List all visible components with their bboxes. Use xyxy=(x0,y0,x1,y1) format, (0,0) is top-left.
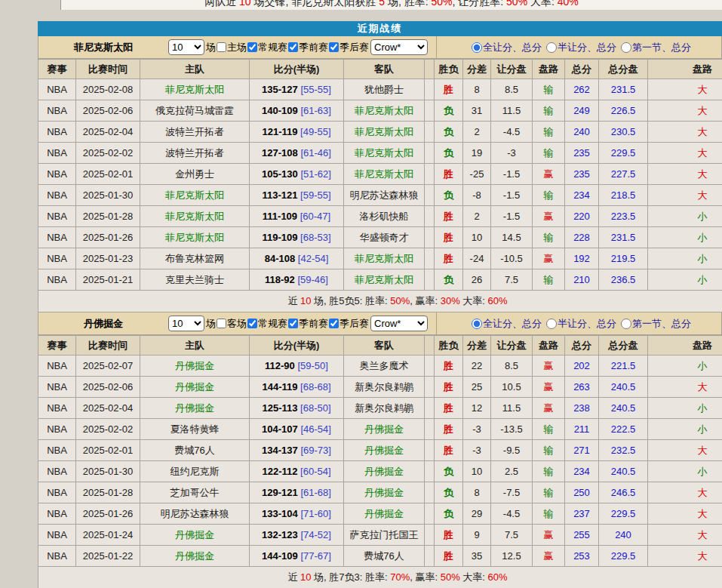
home-team-cell: 布鲁克林篮网 xyxy=(140,248,250,269)
date-cell: 2025-02-02 xyxy=(76,143,140,164)
result-cell: 负 xyxy=(435,461,463,482)
result-cell: 胜 xyxy=(435,248,463,269)
final-score: 105-130 xyxy=(262,168,298,180)
regular-season-checkbox[interactable] xyxy=(247,319,257,328)
half-handicap-radio[interactable] xyxy=(546,319,557,329)
preseason-checkbox[interactable] xyxy=(288,319,298,328)
halftime-score: [51-62] xyxy=(300,168,330,180)
handicap-result-cell: 赢 xyxy=(533,398,565,419)
spacer-cell xyxy=(425,356,435,377)
games-count-select[interactable]: 10 xyxy=(168,316,204,331)
regular-season-label: 常规赛 xyxy=(258,41,287,54)
recent-results-page: 两队近 10 场交锋, 菲尼克斯太阳获胜 5 场, 胜率: 50%, 让分胜率:… xyxy=(0,0,722,588)
venue-filter[interactable]: 客场 xyxy=(216,317,247,331)
total-line-cell: 221.5 xyxy=(599,356,648,377)
date-cell: 2025-01-30 xyxy=(76,461,140,482)
date-cell: 2025-01-28 xyxy=(76,206,140,227)
col-score: 比分(半场) xyxy=(250,60,344,79)
away-team-cell: 丹佛掘金 xyxy=(344,440,425,461)
first-quarter-radio[interactable] xyxy=(621,42,631,53)
home-team-cell: 纽约尼克斯 xyxy=(140,461,250,482)
regular-season-filter[interactable]: 常规赛 xyxy=(247,41,287,54)
point-diff-cell: 22 xyxy=(463,356,491,377)
preseason-filter[interactable]: 季前赛 xyxy=(287,41,328,54)
filter-left-suns: 菲尼克斯太阳 10 场 主场 常规赛 季前赛 xyxy=(38,36,436,58)
home-team-cell: 丹佛掘金 xyxy=(140,356,250,377)
total-points-cell: 262 xyxy=(565,79,599,100)
halftime-score: [60-47] xyxy=(300,211,330,222)
date-cell: 2025-02-06 xyxy=(76,100,140,122)
spacer-cell xyxy=(425,503,435,525)
away-team-cell: 菲尼克斯太阳 xyxy=(344,164,425,185)
handicap-line-cell: 10.5 xyxy=(491,377,533,398)
halftime-score: [59-50] xyxy=(297,360,327,371)
point-diff-cell: -24 xyxy=(463,248,491,269)
date-cell: 2025-01-22 xyxy=(76,546,140,567)
handicap-result-cell: 赢 xyxy=(533,206,565,227)
point-diff-cell: 10 xyxy=(463,227,491,248)
final-score: 121-119 xyxy=(262,126,297,137)
full-handicap-radio[interactable] xyxy=(472,319,482,329)
total-points-cell: 255 xyxy=(565,525,599,546)
playoffs-checkbox[interactable] xyxy=(329,319,339,328)
regular-season-filter[interactable]: 常规赛 xyxy=(247,317,287,331)
preseason-filter[interactable]: 季前赛 xyxy=(287,317,328,331)
odds-source-select[interactable]: Crow* xyxy=(370,316,428,331)
games-count-select[interactable]: 10 xyxy=(168,39,204,55)
over-under-cell: 大 xyxy=(648,100,722,122)
preseason-checkbox[interactable] xyxy=(288,42,298,52)
full-handicap-label: 全让分、总分 xyxy=(483,41,542,54)
score-cell: 105-130 [51-62] xyxy=(250,164,344,185)
result-cell: 负 xyxy=(435,482,463,503)
result-cell: 胜 xyxy=(435,377,463,398)
venue-filter[interactable]: 主场 xyxy=(216,41,247,54)
halftime-score: [68-50] xyxy=(300,402,330,414)
handicap-line-cell: 11.5 xyxy=(491,398,533,419)
away-team-cell: 菲尼克斯太阳 xyxy=(344,143,425,164)
date-cell: 2025-02-07 xyxy=(76,356,140,377)
table-row: NBA 2025-01-28 菲尼克斯太阳 111-109 [60-47] 洛杉… xyxy=(38,206,722,227)
league-cell: NBA xyxy=(38,143,76,164)
result-cell: 胜 xyxy=(435,398,463,419)
col-league: 赛事 xyxy=(38,60,76,79)
half-handicap-radio[interactable] xyxy=(546,42,557,53)
playoffs-filter[interactable]: 季后赛 xyxy=(328,41,369,54)
handicap-line-cell: -7.5 xyxy=(491,482,533,503)
home-team-cell: 丹佛掘金 xyxy=(140,546,250,567)
odds-source-select[interactable]: Crow* xyxy=(370,39,428,55)
table-row: NBA 2025-01-23 布鲁克林篮网 84-108 [42-54] 菲尼克… xyxy=(38,248,722,269)
point-diff-cell: 8 xyxy=(463,79,491,100)
final-score: 134-137 xyxy=(262,445,298,456)
team-name-nuggets: 丹佛掘金 xyxy=(38,317,168,331)
venue-checkbox[interactable] xyxy=(217,42,226,52)
over-under-cell: 小 xyxy=(648,248,722,269)
total-line-cell: 229.5 xyxy=(599,546,648,567)
total-points-cell: 235 xyxy=(565,143,599,164)
playoffs-filter[interactable]: 季后赛 xyxy=(328,317,369,331)
point-diff-cell: 12 xyxy=(463,398,491,419)
total-line-cell: 218.5 xyxy=(599,185,648,206)
handicap-line-cell: 14.5 xyxy=(491,227,533,248)
league-cell: NBA xyxy=(38,546,76,567)
away-team-cell: 新奥尔良鹈鹕 xyxy=(344,398,425,419)
table-row: NBA 2025-01-28 芝加哥公牛 129-121 [61-68] 丹佛掘… xyxy=(38,482,722,503)
handicap-result-cell: 赢 xyxy=(533,525,565,546)
venue-checkbox[interactable] xyxy=(217,319,226,328)
first-quarter-radio[interactable] xyxy=(621,319,631,329)
away-team-cell: 菲尼克斯太阳 xyxy=(344,248,425,269)
handicap-result-cell: 输 xyxy=(533,122,565,143)
home-team-cell: 克里夫兰骑士 xyxy=(140,269,250,291)
spacer-cell xyxy=(425,377,435,398)
final-score: 84-108 xyxy=(265,253,295,264)
playoffs-checkbox[interactable] xyxy=(329,42,339,52)
halftime-score: [60-54] xyxy=(300,466,330,477)
league-cell: NBA xyxy=(38,482,76,503)
spacer-cell xyxy=(425,185,435,206)
table-row: NBA 2025-01-21 克里夫兰骑士 118-92 [59-46] 菲尼克… xyxy=(38,269,722,291)
point-diff-cell: 35 xyxy=(463,546,491,567)
col-handicap-result: 盘路 xyxy=(533,60,565,79)
regular-season-checkbox[interactable] xyxy=(247,42,257,52)
halftime-score: [68-53] xyxy=(300,232,330,243)
total-points-cell: 237 xyxy=(565,503,599,525)
full-handicap-radio[interactable] xyxy=(472,42,482,53)
